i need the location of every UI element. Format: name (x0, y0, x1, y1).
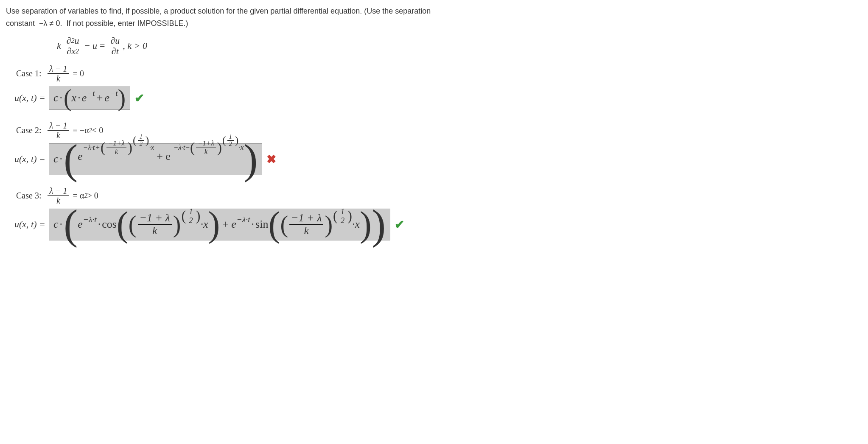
half-num: 1 (138, 134, 144, 140)
den: k (151, 225, 159, 237)
lam-frac: −1+λ k (106, 140, 126, 156)
eq: = (100, 40, 105, 51)
case-1-eq: = 0 (73, 69, 84, 78)
rparen-sin: ) (360, 212, 372, 237)
rparen-outer: ) (372, 211, 386, 238)
uxt-prefix-3: u(x, t) = (14, 219, 45, 230)
half-den: 2 (187, 216, 194, 225)
exp: −t (87, 89, 95, 98)
case-3-answer-row: u(x, t) = c · ( e −λ·t · cos ( ( −1 + λ … (14, 209, 862, 240)
pde-du-dt: ∂u ∂t (109, 36, 121, 56)
num2: −1 + λ (289, 212, 323, 224)
e2: e −λ·t (231, 219, 250, 230)
uxt-prefix-1: u(x, t) = (14, 92, 45, 103)
case-2-eq: = −α (73, 126, 89, 135)
case-3-answer-box[interactable]: c · ( e −λ·t · cos ( ( −1 + λ k ) ( (49, 209, 390, 240)
case-2-answer-row: u(x, t) = c · ( e −λ·t + ( −1+λ k ) (14, 143, 862, 175)
du: ∂u (109, 36, 121, 46)
dotx-2: ·x (352, 219, 360, 230)
case-2-answer-box[interactable]: c · ( e −λ·t + ( −1+λ k ) (49, 143, 263, 175)
prompt-line-1: Use separation of variables to find, if … (6, 7, 431, 15)
dot2: · (76, 92, 82, 103)
case-2-tail: < 0 (92, 126, 103, 135)
e: e (78, 219, 83, 230)
case-1-check-icon: ✔ (134, 91, 144, 105)
case-3-label: Case 3: (16, 191, 41, 201)
plus: + (95, 144, 101, 151)
dotx: ·x (149, 144, 154, 151)
u: u (75, 36, 79, 46)
dotx: ·x (200, 219, 208, 230)
e2b: e (231, 219, 236, 230)
lam-frac: −1 + λ k (138, 212, 172, 237)
half-num2: 1 (339, 207, 346, 216)
num: −1+λ (196, 140, 216, 148)
x: x (72, 92, 77, 103)
e-neg-t-2: e −t (104, 92, 118, 103)
e: e (82, 92, 87, 103)
plus-e: + e (154, 151, 173, 162)
rparen: ) (118, 89, 126, 108)
dx: ∂x (67, 46, 76, 56)
u2: u (92, 40, 97, 51)
c: c (53, 92, 59, 103)
half: 1 2 (187, 207, 194, 225)
num: λ − 1 (48, 121, 69, 130)
num: −1 + λ (138, 212, 172, 224)
pde-d2u-dx2: ∂2u ∂x2 (65, 36, 81, 56)
exp2: −t (110, 89, 118, 98)
rparen-cos: ) (208, 212, 220, 237)
dot: · (58, 154, 64, 165)
case-2-cross-icon: ✖ (266, 152, 276, 166)
case-1-answer-box[interactable]: c · ( x · e −t + e −t ) (49, 87, 130, 110)
den: k (203, 148, 210, 156)
plus: + (220, 219, 231, 230)
c: c (53, 219, 59, 230)
neg-lt-minus: −λ·t− (174, 144, 190, 151)
half-num: 1 (227, 134, 234, 140)
den: k (55, 131, 62, 140)
question-prompt: Use separation of variables to find, if … (6, 5, 846, 30)
case-1-label: Case 1: (16, 69, 41, 78)
den: k (55, 74, 62, 83)
sin: sin (255, 219, 268, 230)
pde-equation: k ∂2u ∂x2 − u = ∂u ∂t , k > 0 (57, 36, 862, 56)
c: c (53, 154, 59, 165)
dotx-2: ·x (238, 144, 244, 151)
half-den: 2 (227, 141, 234, 148)
dot3: · (250, 219, 256, 230)
dot: · (58, 92, 64, 103)
den2: k (302, 225, 311, 237)
exp2: −λ·t (237, 215, 250, 224)
case-3-line: Case 3: λ − 1 k = α2 > 0 (16, 186, 862, 205)
den: k (113, 148, 120, 156)
rparen-outer: ) (244, 145, 258, 173)
term-1: e −λ·t + ( −1+λ k ) ( 1 (78, 151, 154, 167)
cos: cos (102, 219, 117, 230)
num: −1+λ (106, 140, 126, 148)
e2: e (104, 92, 109, 103)
prompt-line-2: constant −λ ≠ 0. If not possible, enter … (6, 19, 188, 28)
lam-frac-2: −1 + λ k (289, 212, 323, 237)
num: λ − 1 (48, 64, 69, 73)
e1: e −λ·t (78, 219, 96, 230)
dt: ∂t (110, 46, 120, 56)
half-den2: 2 (339, 216, 346, 225)
pde-condition: , k > 0 (123, 40, 147, 51)
lparen-outer: ( (64, 211, 78, 238)
uxt-prefix-2: u(x, t) = (14, 154, 45, 165)
pde-k: k (57, 40, 61, 51)
lparen-outer: ( (64, 145, 78, 173)
e: e (78, 151, 83, 162)
plus: + (95, 92, 105, 103)
case-2-label: Case 2: (16, 126, 41, 135)
lparen-cos: ( (117, 212, 129, 237)
case-1-frac: λ − 1 k (48, 64, 69, 83)
lparen-sin: ( (268, 212, 280, 237)
lam-frac-2: −1+λ k (196, 140, 216, 156)
half-2: 1 2 (339, 207, 346, 225)
num: λ − 1 (48, 186, 69, 195)
half: 1 2 (138, 134, 144, 148)
exp1: −λ·t (83, 215, 97, 224)
half-den: 2 (138, 141, 144, 148)
